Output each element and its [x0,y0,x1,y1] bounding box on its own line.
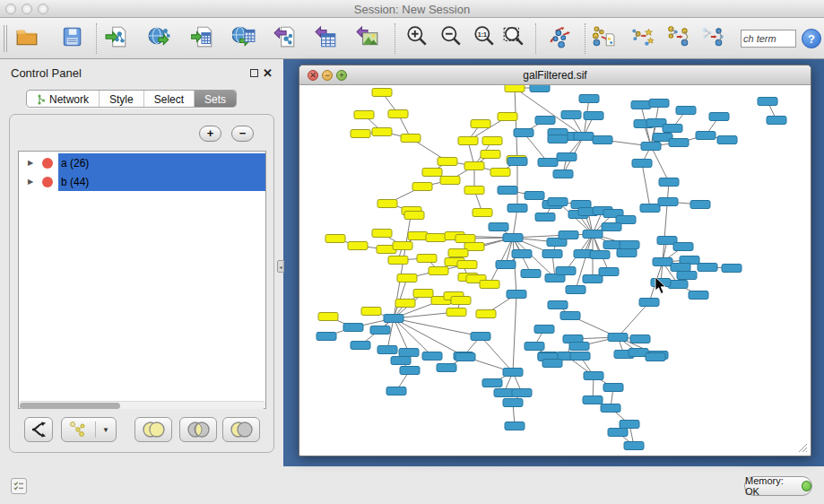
graph-node[interactable] [659,178,679,187]
select-first-neighbors-icon[interactable] [628,22,658,52]
resize-grip-icon[interactable] [797,442,808,453]
open-session-icon[interactable] [12,22,42,52]
graph-node[interactable] [608,429,628,437]
import-table-url-icon[interactable] [229,22,259,52]
graph-node[interactable] [377,200,397,208]
graph-node[interactable] [494,389,514,397]
graph-node[interactable] [525,343,544,351]
graph-node[interactable] [535,213,555,222]
add-set-button[interactable]: + [199,126,221,142]
graph-node[interactable] [393,242,412,250]
memory-status-button[interactable]: Memory: OK [744,476,812,496]
graph-node[interactable] [455,353,475,361]
graph-node[interactable] [412,183,432,191]
graph-node[interactable] [556,267,576,275]
graph-node[interactable] [758,98,777,106]
create-set-from-network-button[interactable]: ▼ [61,417,117,442]
import-network-file-icon[interactable] [101,22,132,52]
list-item-set-a[interactable]: ▶ a (26) [19,153,265,172]
graph-node[interactable] [481,151,500,159]
network-graph[interactable] [300,85,810,455]
help-button[interactable]: ? [802,29,821,48]
graph-node[interactable] [553,170,573,178]
graph-node[interactable] [542,360,562,368]
task-history-button[interactable] [11,478,27,494]
graph-node[interactable] [514,129,533,137]
graph-node[interactable] [677,272,697,280]
remove-set-button[interactable]: − [231,126,254,142]
graph-node[interactable] [709,113,729,121]
graph-node[interactable] [386,387,406,395]
export-image-icon[interactable] [352,22,383,52]
graph-node[interactable] [617,249,637,257]
graph-node[interactable] [490,169,510,177]
graph-node[interactable] [566,286,585,294]
graph-node[interactable] [631,101,651,109]
graph-node[interactable] [482,379,502,387]
graph-node[interactable] [507,158,527,166]
graph-node[interactable] [557,153,577,161]
set-intersection-button[interactable] [179,417,217,442]
apply-layout-icon[interactable] [545,22,576,52]
graph-node[interactable] [640,204,660,213]
graph-node[interactable] [429,267,448,275]
graph-node[interactable] [372,230,392,238]
graph-node[interactable] [447,308,466,317]
disclosure-triangle-icon[interactable]: ▶ [19,159,42,167]
graph-node[interactable] [455,235,475,243]
graph-node[interactable] [505,85,525,92]
graph-node[interactable] [690,201,710,209]
graph-node[interactable] [569,343,589,351]
graph-node[interactable] [422,169,442,177]
graph-node[interactable] [448,249,468,257]
tab-select[interactable]: Select [144,91,195,107]
graph-node[interactable] [507,204,527,213]
export-table-icon[interactable] [311,22,342,52]
graph-node[interactable] [417,255,437,263]
show-graphics-details-icon[interactable] [664,22,694,52]
graph-node[interactable] [457,261,477,269]
graph-node[interactable] [503,234,523,242]
disclosure-triangle-icon[interactable]: ▶ [19,178,42,186]
horizontal-scrollbar[interactable] [19,401,265,409]
graph-node[interactable] [663,125,682,133]
graph-node[interactable] [535,117,555,125]
graph-node[interactable] [603,384,623,392]
graph-node[interactable] [343,324,363,332]
graph-node[interactable] [608,334,628,342]
float-panel-icon[interactable] [250,69,258,77]
split-set-button[interactable] [24,417,53,442]
dropdown-caret-icon[interactable]: ▼ [102,426,109,434]
graph-node[interactable] [673,243,693,251]
graph-node[interactable] [480,281,499,289]
graph-node[interactable] [584,112,603,120]
graph-node[interactable] [503,399,523,407]
graph-node[interactable] [399,349,419,357]
graph-node[interactable] [325,235,345,243]
graph-node[interactable] [498,113,517,121]
graph-node[interactable] [496,261,516,269]
graph-node[interactable] [512,389,532,397]
set-difference-button[interactable] [222,417,260,442]
graph-node[interactable] [471,333,490,341]
graph-node[interactable] [505,422,525,430]
graph-node[interactable] [584,372,603,380]
graph-node[interactable] [574,133,594,141]
graph-node[interactable] [630,335,650,343]
graph-node[interactable] [530,85,550,92]
scrollbar-thumb[interactable] [20,403,120,409]
graph-node[interactable] [525,192,544,200]
zoom-fit-icon[interactable] [499,22,529,52]
graph-node[interactable] [698,264,717,272]
tab-network[interactable]: Network [27,91,100,107]
import-network-url-icon[interactable] [144,22,175,52]
graph-node[interactable] [372,89,392,97]
graph-node[interactable] [458,137,478,145]
graph-node[interactable] [404,212,424,220]
import-table-file-icon[interactable] [187,22,218,52]
graph-node[interactable] [653,258,672,266]
zoom-in-icon[interactable] [402,22,432,52]
graph-node[interactable] [689,291,708,300]
graph-node[interactable] [464,187,484,195]
graph-node[interactable] [391,357,411,365]
